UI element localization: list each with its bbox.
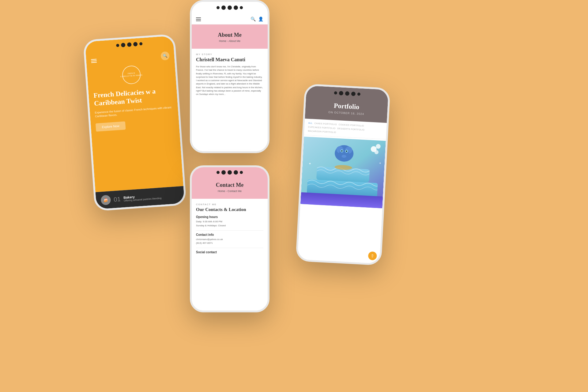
phone2-notch <box>217 6 243 10</box>
notch-dot-end <box>357 92 361 96</box>
scroll-up-button[interactable]: ⇧ <box>368 251 377 260</box>
phone3-content: CONTACT ME Our Contacts & Location Openi… <box>192 199 268 311</box>
footer-text-block: Bakery Offering artisanal pastries blend… <box>123 193 162 202</box>
notch-dot-camera <box>339 91 344 96</box>
notch-dot-sensor2 <box>234 170 238 175</box>
notch-dot-end <box>240 6 243 9</box>
notch-dot-end <box>139 42 143 46</box>
phone2-content: MY STORY Christell Maeva Canuti For thos… <box>192 49 268 151</box>
social-contact-heading: Social contact <box>196 251 263 254</box>
notch-dot <box>116 44 119 47</box>
notch-dot <box>217 6 220 9</box>
logo-circle: FRENCH LA BELLE VIE DU MAROC <box>122 65 141 85</box>
notch-dot-camera <box>121 43 126 47</box>
footer-bakery-icon: 🍰 <box>100 195 111 205</box>
cake-image: ✦ ✦ <box>300 135 386 210</box>
notch-dot-end <box>240 171 243 174</box>
phone-about-me: 🔍 👤 About Me Home - About Me MY STORY Ch… <box>190 0 270 153</box>
nav-cupcakes[interactable]: CUPCAKES PORTFOLIO <box>308 126 336 130</box>
hamburger-icon[interactable] <box>91 59 97 63</box>
contact-info-heading: Contact info <box>196 233 263 236</box>
nav-macaroon[interactable]: MACAROON PORTFOLIO <box>308 130 336 134</box>
about-me-title: About Me <box>196 32 263 38</box>
notch-dot-sensor <box>228 170 232 175</box>
email-address: chrismaev@yahoo.co.uk <box>196 238 263 242</box>
explore-now-button[interactable]: Explore Now <box>96 121 126 132</box>
contact-section-label: CONTACT ME <box>196 203 263 206</box>
hamburger-icon[interactable] <box>196 17 201 21</box>
notch-dot <box>217 171 220 174</box>
story-text: For those who don't know me, I'm Christe… <box>196 65 263 96</box>
notch-dot-sensor <box>127 42 132 47</box>
user-icon[interactable]: 👤 <box>258 17 263 22</box>
opening-hours-heading: Opening hours <box>196 215 263 219</box>
story-title: Christell Maeva Canuti <box>196 57 263 62</box>
divider2 <box>196 248 263 248</box>
search-icon[interactable]: 🔍 <box>160 51 170 61</box>
phone3-screen: Contact Me Home - Contact Me CONTACT ME … <box>192 167 268 311</box>
notch-dot-sensor <box>228 6 232 10</box>
footer-number: 01 <box>114 195 121 203</box>
notch-dot-camera <box>221 6 226 10</box>
opening-hours-daily: Daily: 9:30 AM–6:00 PM <box>196 220 263 224</box>
hero-title: French Delicacies w a Caribbean Twist <box>93 86 173 108</box>
phone4-content: ✦ ✦ ⇧ <box>297 135 386 263</box>
phone2-screen: 🔍 👤 About Me Home - About Me MY STORY Ch… <box>192 2 268 151</box>
notch-dot-sensor <box>345 91 350 96</box>
nav-cookies[interactable]: COOKIES PORTFOLIO <box>339 123 364 127</box>
svg-text:✦: ✦ <box>308 162 311 165</box>
phone1-screen: 🔍 FRENCH LA BELLE VIE DU MAROC French De… <box>85 36 185 209</box>
contact-me-breadcrumb: Home - Contact Me <box>196 190 263 193</box>
phone1-topbar: 🔍 <box>91 51 170 66</box>
phone2-hero: About Me Home - About Me <box>192 24 268 49</box>
my-story-label: MY STORY <box>196 53 263 56</box>
phone-french-delicacies: 🔍 FRENCH LA BELLE VIE DU MAROC French De… <box>83 34 187 211</box>
opening-hours-sunday: Sunday & Holidays: Closed <box>196 224 263 228</box>
phone3-notch <box>217 170 243 175</box>
phone-contact-me: Contact Me Home - Contact Me CONTACT ME … <box>190 165 270 312</box>
notch-dot-sensor2 <box>234 6 238 10</box>
notch-dot-camera <box>221 170 226 175</box>
nav-all[interactable]: ALL <box>308 122 312 124</box>
contact-me-title: Contact Me <box>196 182 263 188</box>
logo-text: FRENCH LA BELLE VIE DU MAROC <box>120 72 143 78</box>
phone4-screen: Portfolio ON OCTOBER 18, 2024 ALL CAKES … <box>297 85 388 263</box>
search-icon[interactable]: 🔍 <box>251 17 256 22</box>
about-me-breadcrumb: Home - About Me <box>196 40 263 43</box>
phone-portfolio: Portfolio ON OCTOBER 18, 2024 ALL CAKES … <box>296 84 390 266</box>
phone-number: (813) 407-8371 <box>196 241 263 245</box>
divider <box>196 230 263 231</box>
notch-dot-sensor2 <box>133 42 138 47</box>
contacts-title: Our Contacts & Location <box>196 207 263 212</box>
topbar-icons: 🔍 👤 <box>251 17 263 22</box>
notch-dot <box>334 91 337 95</box>
nav-cakes[interactable]: CAKES PORTFOLIO <box>314 122 337 126</box>
phone1-logo: FRENCH LA BELLE VIE DU MAROC <box>92 63 171 87</box>
nav-desserts[interactable]: DESSERTS PORTFOLIO <box>337 127 364 131</box>
svg-text:✦: ✦ <box>379 161 382 165</box>
phone1-header: 🔍 FRENCH LA BELLE VIE DU MAROC French De… <box>85 36 183 192</box>
notch-dot-sensor2 <box>351 92 356 96</box>
hero-subtitle: Experience the fusion of classic French … <box>95 105 173 119</box>
